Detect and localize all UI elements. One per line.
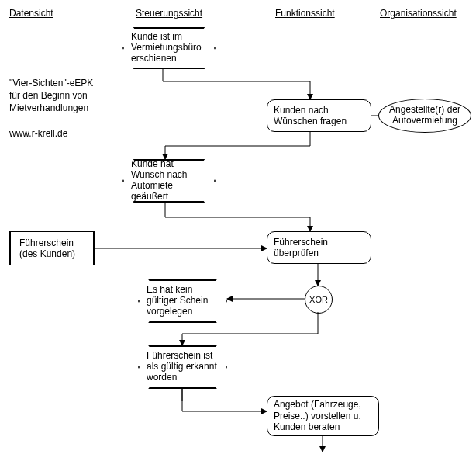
function-check-license: Führerschein überprüfen xyxy=(267,231,371,264)
event-label: Es hat kein gültiger Schein vorgelegen xyxy=(142,285,223,317)
event-wish-expressed: Kunde hat Wunsch nach Automiete geäußert xyxy=(122,159,216,203)
event-label: Kunde ist im Vermietungsbüro erschienen xyxy=(126,32,212,64)
caption-line-2: für den Beginn von xyxy=(9,90,88,102)
data-label: Führerschein (des Kunden) xyxy=(19,237,85,260)
caption-line-3: Mietverhandlungen xyxy=(9,102,88,115)
event-label: Kunde hat Wunsch nach Automiete geäußert xyxy=(126,159,212,202)
caption-url: www.r-krell.de xyxy=(9,128,67,140)
event-license-valid: Führerschein ist als gültig erkannt word… xyxy=(138,345,227,389)
caption-line-1: "Vier-Sichten"-eEPK xyxy=(9,78,93,90)
connector-xor: XOR xyxy=(305,286,333,314)
col-header-control: Steuerungssicht xyxy=(136,8,202,19)
function-offer-and-advise: Angebot (Fahrzeuge, Preise..) vorstellen… xyxy=(267,396,379,436)
event-customer-arrived: Kunde ist im Vermietungsbüro erschienen xyxy=(122,27,216,69)
flow-arrows xyxy=(0,0,476,454)
function-label: Kunden nach Wünschen fragen xyxy=(274,105,364,127)
connector-label: XOR xyxy=(309,295,328,304)
function-label: Führerschein überprüfen xyxy=(274,237,364,259)
org-label: Angestellte(r) der Autovermietung xyxy=(384,105,466,126)
org-employee: Angestellte(r) der Autovermietung xyxy=(378,99,471,133)
event-label: Führerschein ist als gültig erkannt word… xyxy=(142,351,223,383)
col-header-org: Organisationssicht xyxy=(380,8,457,19)
col-header-function: Funktionssicht xyxy=(275,8,335,19)
data-drivers-license: Führerschein (des Kunden) xyxy=(9,231,95,265)
function-ask-wishes: Kunden nach Wünschen fragen xyxy=(267,99,371,132)
col-header-data: Datensicht xyxy=(9,8,53,19)
event-no-valid-license: Es hat kein gültiger Schein vorgelegen xyxy=(138,279,227,323)
function-label: Angebot (Fahrzeuge, Preise..) vorstellen… xyxy=(274,399,372,432)
